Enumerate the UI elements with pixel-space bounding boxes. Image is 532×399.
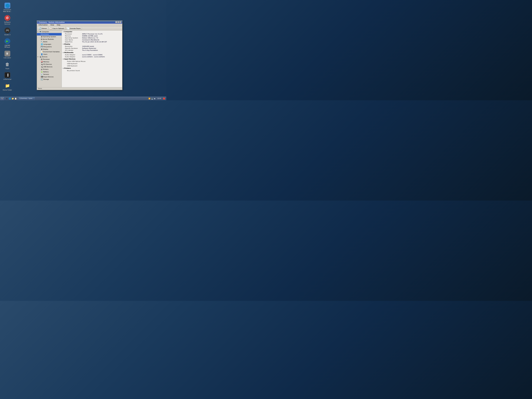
software-sources-icon[interactable]: 🎯 Software Sources: [3, 15, 12, 25]
section-printers[interactable]: ▼ Printers: [62, 67, 122, 70]
kernel-node-label: Kernel Modules: [43, 38, 54, 40]
taskbar-tray: 📶 💻 ⏏ 10:45 🔴: [148, 97, 166, 100]
tree-item-computer[interactable]: ▼ 💻 Computer: [37, 31, 62, 33]
home-folder-icon[interactable]: 📁 Home Folder: [3, 83, 12, 91]
lxterminal-icon[interactable]: ▐ LXTerminal: [3, 72, 12, 80]
x11-label: X11 Vendor: [65, 50, 82, 51]
tray-power-icon[interactable]: 🔴: [163, 97, 165, 100]
opengl-label: OpenGL Renderer: [65, 48, 82, 49]
tree-item-pci[interactable]: 🔌 PCI Devices: [37, 63, 62, 66]
audio1-label: Audio Adapter: [65, 54, 82, 56]
battery-node-label: Battery: [43, 71, 49, 73]
gnome-mplayer-icon[interactable]: ▶ GNOME MPlayer: [3, 38, 12, 48]
toolbar: 🔄 Refresh 📋 Copy to Clipboard 📄 Generate…: [37, 26, 122, 31]
tree-item-kernel[interactable]: ⚙ Kernel Modules: [37, 38, 62, 40]
tree-item-display[interactable]: 🖥 Display: [37, 48, 62, 51]
tree-item-filesystems[interactable]: 💾 Filesystems: [37, 45, 62, 48]
tree-item-os[interactable]: 🖥 Operating System: [37, 36, 62, 38]
processor-node-label: Processor: [43, 58, 50, 60]
tree-item-battery[interactable]: 🔋 Battery: [37, 71, 62, 73]
tree-item-users[interactable]: 👤 Users: [37, 53, 62, 56]
languages-node-label: Languages: [43, 43, 51, 45]
filesystems-node-label: Filesystems: [43, 46, 52, 48]
section-computer-label: Computer: [64, 31, 72, 33]
tree-item-boots[interactable]: 🔧 Boots: [37, 40, 62, 43]
os-label: Operating System: [65, 37, 82, 39]
tray-eject-icon: ⏏: [154, 98, 155, 100]
info-row-opengl: OpenGL Renderer Software Rasterizer: [62, 47, 122, 49]
title-bar-left: ℹ Summary - System Information: [38, 21, 65, 23]
memory-node-label: Memory: [43, 61, 49, 63]
section-display[interactable]: ▼ Display: [62, 43, 122, 45]
sensors-node-label: Sensors: [43, 74, 49, 75]
menu-bar: Information View Help: [37, 24, 122, 26]
trash-icon[interactable]: 🗑 Trash: [3, 62, 12, 70]
home-folder-label: Home Folder: [3, 89, 12, 91]
tree-item-printers[interactable]: 🖨 Printers: [37, 68, 62, 71]
minimize-button[interactable]: _: [115, 21, 117, 23]
env-vars-node-label: Environment Variables: [43, 51, 60, 53]
copy-clipboard-button[interactable]: 📋 Copy to Clipboard: [49, 27, 65, 30]
section-display-label: Display: [64, 43, 70, 45]
quicklaunch-2[interactable]: 🌐: [8, 97, 11, 100]
usb-node-label: USB Devices: [43, 66, 52, 68]
section-multimedia[interactable]: ▼ Multimedia: [62, 51, 122, 54]
tree-item-devices[interactable]: ▼ 🔌 Devices: [37, 56, 62, 58]
memory-label: Memory: [65, 35, 82, 37]
menu-help[interactable]: Help: [56, 24, 61, 26]
refresh-button[interactable]: 🔄 Refresh: [38, 27, 48, 30]
input-item-keyboard1: USB Keyboard: [62, 63, 122, 65]
calculator-icon[interactable]: 🖩 Calculator: [3, 51, 12, 59]
desktop-icons: 🌐 Chromium Web Brow... 🎯 Software Source…: [3, 3, 12, 91]
tree-item-usb[interactable]: 🔌 USB Devices: [37, 66, 62, 68]
tree-item-input-devices[interactable]: ⌨ Input Devices: [37, 76, 62, 78]
tree-item-summary[interactable]: ℹ Summary: [37, 33, 62, 36]
tree-item-languages[interactable]: 🌐 Languages: [37, 43, 62, 45]
quicklaunch-4[interactable]: 📋: [14, 97, 17, 100]
printers-node-label: Printers: [43, 69, 48, 70]
tree-item-env-vars[interactable]: 📝 Environment Variables: [37, 51, 62, 53]
resolution-value: 1440x900 pixels: [82, 45, 121, 47]
audio2-label: Audio Adapter: [65, 56, 82, 58]
x11-value: The X.Org Foundation: [82, 50, 121, 51]
info-row-audio2: Audio Adapter sunxi-sndhdmi - sunxi-sndh…: [62, 56, 122, 58]
taskbar-task-summary[interactable]: ℹ Summary - Syste...: [19, 97, 35, 100]
task-label: Summary - Syste...: [21, 98, 33, 99]
info-row-memory: Memory 458MB (167MB used): [62, 35, 122, 37]
os-value: Debian GNU/Linux 7.6: [82, 37, 121, 39]
title-bar-controls: _ □ ×: [115, 21, 121, 23]
menu-view[interactable]: View: [50, 24, 55, 26]
quicklaunch-1[interactable]: ↕: [6, 97, 8, 100]
maximize-button[interactable]: □: [117, 21, 119, 23]
tree-item-sensors[interactable]: 📡 Sensors: [37, 73, 62, 76]
section-printers-label: Printers: [64, 67, 71, 69]
tray-network-icon: 📶: [148, 98, 150, 100]
opengl-value: Software Rasterizer: [82, 48, 121, 49]
display-node-label: Display: [43, 48, 48, 50]
chromium-icon[interactable]: 🌐 Chromium Web Brow...: [3, 3, 12, 13]
info-row-os: Operating System Debian GNU/Linux 7.6: [62, 37, 122, 39]
window-icon: ℹ: [38, 21, 38, 23]
section-input-devices[interactable]: ▼ Input Devices: [62, 58, 122, 60]
window-title: Summary - System Information: [39, 21, 65, 23]
tree-item-processor[interactable]: ⚙ Processor: [37, 58, 62, 61]
datetime-value: Thu 01 Jan 2015 10:45:16 AM CET: [82, 41, 121, 43]
lxterminal-label: LXTerminal: [3, 78, 11, 80]
resolution-label: Resolution: [65, 45, 82, 47]
menu-information[interactable]: Information: [38, 24, 48, 26]
tree-item-storage[interactable]: 💽 Storage: [37, 78, 62, 81]
tree-panel[interactable]: ▼ 💻 Computer ℹ Summary 🖥 Operating Syste…: [37, 31, 62, 87]
quicklaunch-3[interactable]: 📁: [11, 97, 14, 100]
no-printers: No printers found: [62, 70, 122, 72]
info-row-x11: X11 Vendor The X.Org Foundation: [62, 49, 122, 51]
report-label: Generate Report: [70, 28, 81, 29]
section-computer[interactable]: ▼ Computer: [62, 31, 122, 33]
os-node-label: Operating System: [43, 36, 56, 38]
tree-item-memory[interactable]: 🎴 Memory: [37, 61, 62, 63]
taskbar-start-button[interactable]: 🐧: [0, 97, 4, 100]
generate-report-button[interactable]: 📄 Generate Report: [66, 27, 82, 30]
quake3-icon[interactable]: 🎮 Quake 3: [3, 28, 12, 36]
close-button[interactable]: ×: [120, 21, 121, 23]
app-window: ℹ Summary - System Information _ □ × Inf…: [37, 20, 122, 90]
status-text: Done.: [38, 88, 42, 89]
